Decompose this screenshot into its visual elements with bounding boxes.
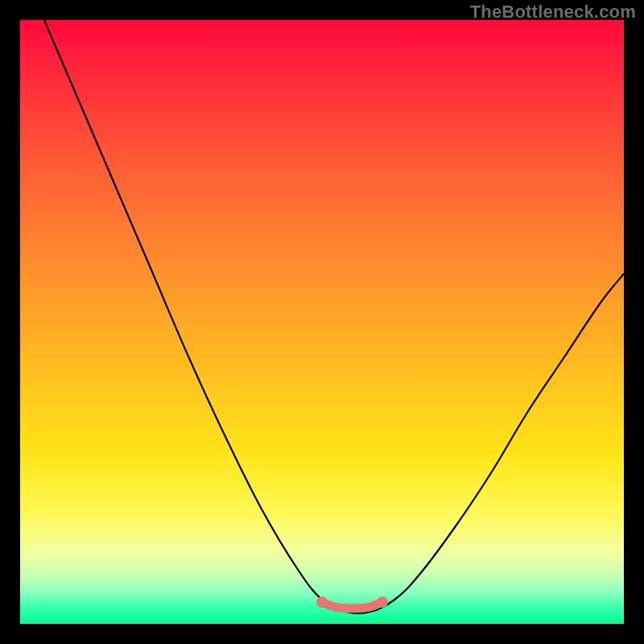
bottleneck-curve <box>20 20 624 624</box>
watermark-label: TheBottleneck.com <box>470 2 636 23</box>
svg-point-1 <box>377 597 388 608</box>
chart-frame: TheBottleneck.com <box>0 0 644 644</box>
svg-point-0 <box>316 597 328 608</box>
plot-area <box>20 20 624 624</box>
